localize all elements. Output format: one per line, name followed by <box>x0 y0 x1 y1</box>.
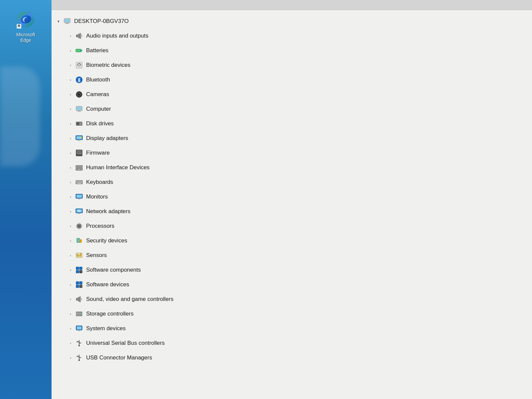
category-item-cameras[interactable]: › Cameras <box>52 87 532 102</box>
icon-processors <box>75 222 83 230</box>
expand-arrow-processors[interactable]: › <box>67 223 73 229</box>
category-item-security[interactable]: › Security devices <box>52 233 532 248</box>
svg-rect-110 <box>79 342 80 343</box>
label-software_components: Software components <box>86 267 141 273</box>
label-storage: Storage controllers <box>86 311 134 317</box>
svg-rect-50 <box>80 181 81 182</box>
svg-rect-33 <box>78 152 80 153</box>
svg-rect-4 <box>66 23 68 24</box>
icon-system <box>75 324 83 333</box>
expand-arrow-monitors[interactable]: › <box>67 194 73 200</box>
category-item-storage[interactable]: › Storage controllers <box>52 307 532 321</box>
svg-rect-40 <box>78 166 79 167</box>
svg-rect-118 <box>79 357 80 358</box>
expand-arrow-usb[interactable]: › <box>67 340 73 346</box>
svg-rect-95 <box>79 282 82 284</box>
svg-rect-94 <box>76 282 79 284</box>
label-network: Network adapters <box>86 208 130 215</box>
category-item-software_components[interactable]: › Software components <box>52 263 532 277</box>
label-keyboards: Keyboards <box>86 179 113 186</box>
expand-arrow-network[interactable]: › <box>67 208 73 214</box>
expand-arrow-usb_connector[interactable]: › <box>67 355 73 361</box>
expand-arrow-sensors[interactable]: › <box>67 252 73 258</box>
category-item-audio[interactable]: › Audio inputs and outputs <box>52 29 532 43</box>
svg-rect-42 <box>81 166 82 167</box>
category-item-display[interactable]: › Display adapters <box>52 131 532 146</box>
expand-arrow-storage[interactable]: › <box>67 311 73 317</box>
category-item-bluetooth[interactable]: › Bluetooth <box>52 72 532 87</box>
svg-rect-20 <box>77 111 81 111</box>
svg-rect-34 <box>80 152 82 153</box>
svg-rect-106 <box>78 330 80 331</box>
category-item-biometric[interactable]: › Biometric devices <box>52 58 532 72</box>
svg-rect-60 <box>78 199 80 199</box>
icon-audio <box>75 32 83 40</box>
expand-arrow-system[interactable]: › <box>67 326 73 332</box>
expand-arrow-bluetooth[interactable]: › <box>67 77 73 83</box>
svg-rect-31 <box>77 151 82 152</box>
svg-rect-64 <box>78 213 80 214</box>
category-item-keyboards[interactable]: › Keyboards <box>52 175 532 190</box>
expand-arrow-batteries[interactable]: › <box>67 48 73 54</box>
category-item-sound[interactable]: › Sound, video and game controllers <box>52 292 532 307</box>
root-label: DESKTOP-0BGV37O <box>74 18 129 25</box>
expand-arrow-biometric[interactable]: › <box>67 62 73 68</box>
svg-rect-32 <box>77 152 78 153</box>
expand-arrow-sound[interactable]: › <box>67 296 73 302</box>
category-item-software_devices[interactable]: › Software devices <box>52 277 532 292</box>
icon-hid <box>75 163 83 172</box>
svg-rect-18 <box>77 107 82 110</box>
category-item-usb[interactable]: › Universal Serial Bus controllers <box>52 336 532 350</box>
svg-rect-115 <box>81 343 81 343</box>
svg-point-103 <box>80 315 81 316</box>
category-item-monitors[interactable]: › Monitors <box>52 190 532 204</box>
svg-rect-53 <box>77 182 78 183</box>
category-item-system[interactable]: › System devices <box>52 321 532 336</box>
category-item-disk[interactable]: › Disk drives <box>52 116 532 131</box>
label-sensors: Sensors <box>86 252 107 259</box>
icon-usb_connector <box>75 353 83 362</box>
category-item-processors[interactable]: › Processors <box>52 219 532 233</box>
root-expand-arrow[interactable]: ▾ <box>56 18 62 24</box>
expand-arrow-software_components[interactable]: › <box>67 267 73 273</box>
expand-arrow-disk[interactable]: › <box>67 121 73 127</box>
svg-rect-105 <box>77 327 82 330</box>
label-firmware: Firmware <box>86 150 110 156</box>
icon-security <box>75 236 83 245</box>
icon-monitors <box>75 193 83 201</box>
svg-rect-89 <box>80 253 81 257</box>
icon-batteries <box>75 46 83 55</box>
icon-network <box>75 207 83 216</box>
svg-rect-6 <box>76 35 78 37</box>
expand-arrow-cameras[interactable]: › <box>67 91 73 97</box>
svg-rect-27 <box>78 140 80 141</box>
category-item-computer[interactable]: › Computer <box>52 102 532 116</box>
label-computer: Computer <box>86 106 111 112</box>
expand-arrow-audio[interactable]: › <box>67 33 73 39</box>
edge-shortcut[interactable]: Microsoft Edge <box>16 10 36 43</box>
expand-arrow-software_devices[interactable]: › <box>67 282 73 288</box>
root-computer-item[interactable]: ▾ DESKTOP-0BGV37O <box>52 14 532 29</box>
category-item-hid[interactable]: › Human Interface Devices <box>52 160 532 175</box>
svg-rect-47 <box>76 181 77 182</box>
expand-arrow-display[interactable]: › <box>67 135 73 141</box>
expand-arrow-firmware[interactable]: › <box>67 150 73 156</box>
expand-arrow-keyboards[interactable]: › <box>67 179 73 185</box>
svg-point-121 <box>77 356 78 357</box>
device-manager-window: ▾ DESKTOP-0BGV37O › <box>52 0 532 399</box>
svg-rect-52 <box>76 182 77 183</box>
label-software_devices: Software devices <box>86 281 129 288</box>
category-item-network[interactable]: › Network adapters <box>52 204 532 219</box>
expand-arrow-computer[interactable]: › <box>67 106 73 112</box>
category-item-firmware[interactable]: › Firmware <box>52 146 532 160</box>
svg-rect-35 <box>77 153 78 154</box>
category-item-batteries[interactable]: › Batteries <box>52 43 532 58</box>
expand-arrow-security[interactable]: › <box>67 238 73 244</box>
category-item-sensors[interactable]: › Sensors <box>52 248 532 263</box>
expand-arrow-hid[interactable]: › <box>67 165 73 171</box>
category-item-usb_connector[interactable]: › USB Connector Managers <box>52 350 532 365</box>
svg-rect-85 <box>80 240 81 242</box>
tree-root: ▾ DESKTOP-0BGV37O › <box>52 13 532 366</box>
svg-rect-92 <box>76 270 79 273</box>
svg-rect-28 <box>77 140 80 141</box>
